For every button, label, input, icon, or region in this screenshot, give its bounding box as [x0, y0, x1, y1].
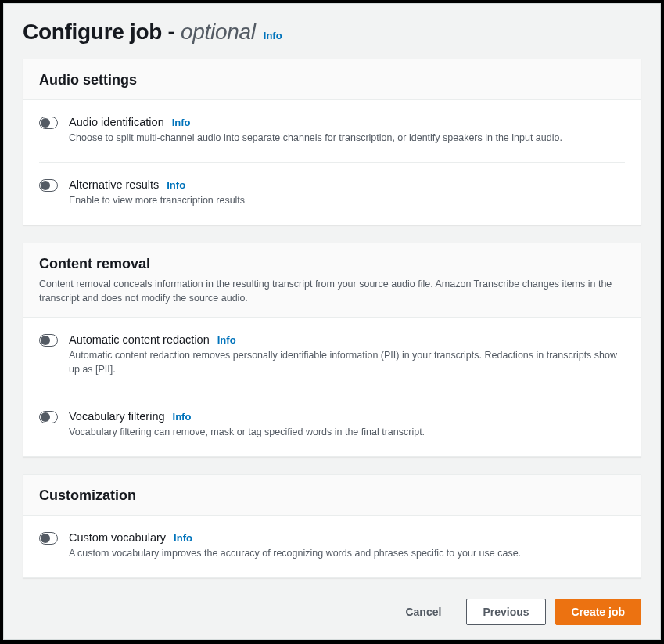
- content-redaction-info-link[interactable]: Info: [217, 334, 236, 346]
- vocabulary-filtering-row: Vocabulary filtering Info Vocabulary fil…: [39, 394, 625, 456]
- vocabulary-filtering-info-link[interactable]: Info: [173, 411, 192, 423]
- vocabulary-filtering-desc: Vocabulary filtering can remove, mask or…: [69, 425, 625, 439]
- toggle-knob-icon: [41, 534, 50, 543]
- vocabulary-filtering-toggle[interactable]: [39, 411, 58, 423]
- audio-identification-name: Audio identification: [69, 116, 164, 128]
- custom-vocabulary-text: Custom vocabulary Info A custom vocabula…: [69, 531, 625, 560]
- page-title: Configure job - optional: [23, 20, 256, 45]
- content-redaction-label-row: Automatic content redaction Info: [69, 333, 625, 346]
- content-redaction-text: Automatic content redaction Info Automat…: [69, 333, 625, 376]
- audio-identification-text: Audio identification Info Choose to spli…: [69, 116, 625, 145]
- alternative-results-toggle[interactable]: [39, 179, 58, 192]
- content-redaction-desc: Automatic content redaction removes pers…: [69, 348, 625, 376]
- custom-vocabulary-row: Custom vocabulary Info A custom vocabula…: [39, 516, 625, 577]
- page-title-main: Configure job: [23, 20, 168, 44]
- content-removal-body: Automatic content redaction Info Automat…: [23, 318, 641, 456]
- content-removal-title: Content removal: [39, 256, 625, 272]
- vocabulary-filtering-text: Vocabulary filtering Info Vocabulary fil…: [69, 410, 625, 439]
- vocabulary-filtering-label-row: Vocabulary filtering Info: [69, 410, 625, 423]
- page-title-info-link[interactable]: Info: [264, 30, 282, 41]
- audio-identification-toggle[interactable]: [39, 117, 58, 129]
- vocabulary-filtering-name: Vocabulary filtering: [69, 410, 165, 423]
- content-redaction-name: Automatic content redaction: [69, 333, 210, 346]
- customization-panel: Customization Custom vocabulary Info A c…: [23, 474, 641, 578]
- audio-identification-desc: Choose to split multi-channel audio into…: [69, 131, 625, 145]
- content-removal-desc: Content removal conceals information in …: [39, 277, 625, 305]
- toggle-knob-icon: [41, 118, 50, 128]
- audio-settings-panel: Audio settings Audio identification Info…: [23, 59, 641, 225]
- content-redaction-toggle[interactable]: [39, 334, 58, 347]
- create-job-button[interactable]: Create job: [555, 599, 641, 625]
- footer-actions: Cancel Previous Create job: [23, 595, 641, 625]
- customization-title: Customization: [39, 487, 625, 504]
- previous-button[interactable]: Previous: [466, 599, 545, 625]
- cancel-button[interactable]: Cancel: [389, 599, 457, 624]
- customization-header: Customization: [23, 475, 641, 516]
- customization-body: Custom vocabulary Info A custom vocabula…: [23, 516, 641, 577]
- page-header: Configure job - optional Info: [23, 20, 641, 45]
- custom-vocabulary-toggle[interactable]: [39, 532, 58, 545]
- toggle-knob-icon: [41, 336, 50, 345]
- alternative-results-desc: Enable to view more transcription result…: [69, 193, 625, 207]
- page-title-optional: optional: [181, 20, 256, 44]
- custom-vocabulary-info-link[interactable]: Info: [174, 532, 192, 544]
- content-redaction-row: Automatic content redaction Info Automat…: [39, 318, 625, 394]
- alternative-results-name: Alternative results: [69, 178, 159, 191]
- toggle-knob-icon: [41, 412, 50, 422]
- custom-vocabulary-desc: A custom vocabulary improves the accurac…: [69, 546, 625, 560]
- configure-job-page: Configure job - optional Info Audio sett…: [3, 3, 661, 640]
- audio-settings-header: Audio settings: [23, 59, 641, 100]
- audio-identification-info-link[interactable]: Info: [172, 117, 191, 128]
- audio-settings-title: Audio settings: [39, 72, 625, 88]
- content-removal-header: Content removal Content removal conceals…: [23, 243, 641, 317]
- audio-identification-label-row: Audio identification Info: [69, 116, 625, 128]
- custom-vocabulary-label-row: Custom vocabulary Info: [69, 531, 625, 544]
- alternative-results-label-row: Alternative results Info: [69, 178, 625, 191]
- alternative-results-text: Alternative results Info Enable to view …: [69, 178, 625, 207]
- custom-vocabulary-name: Custom vocabulary: [69, 531, 166, 544]
- content-removal-panel: Content removal Content removal conceals…: [23, 243, 641, 457]
- audio-settings-body: Audio identification Info Choose to spli…: [23, 100, 641, 225]
- audio-identification-row: Audio identification Info Choose to spli…: [39, 100, 625, 163]
- toggle-knob-icon: [41, 181, 50, 190]
- alternative-results-info-link[interactable]: Info: [167, 179, 185, 191]
- alternative-results-row: Alternative results Info Enable to view …: [39, 163, 625, 225]
- page-title-dash: -: [168, 20, 181, 44]
